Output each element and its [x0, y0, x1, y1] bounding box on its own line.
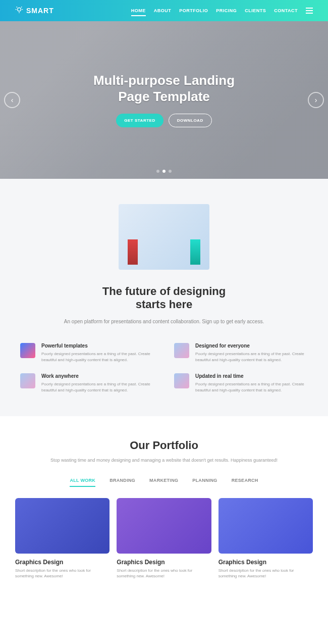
realtime-icon — [174, 373, 189, 388]
hero-buttons: GET STARTED DOWNLOAD — [116, 114, 211, 127]
feature-item: Work anywherePoorly designed presentatio… — [20, 373, 154, 393]
feature-title: Updated in real time — [195, 373, 308, 379]
tab-all-work[interactable]: ALL WORK — [70, 478, 95, 487]
feature-item: Updated in real timePoorly designed pres… — [174, 373, 308, 393]
portfolio-card[interactable]: Graphics Design Short description for th… — [117, 498, 211, 579]
svg-line-5 — [21, 7, 22, 7]
globe-icon — [20, 373, 35, 388]
card-image — [117, 498, 211, 554]
feature-title: Designed for everyone — [195, 343, 308, 349]
feature-desc: Poorly designed presentations are a thin… — [195, 381, 308, 393]
feature-desc: Poorly designed presentations are a thin… — [41, 381, 154, 393]
portfolio-cards: Graphics Design Short description for th… — [15, 498, 313, 579]
header: SMART HOME ABOUT PORTFOLIO PRICING CLIEN… — [0, 0, 328, 21]
feature-item: Designed for everyonePoorly designed pre… — [174, 343, 308, 363]
tab-marketing[interactable]: MARKETING — [149, 478, 178, 487]
download-button[interactable]: DOWNLOAD — [169, 114, 212, 127]
nav: HOME ABOUT PORTFOLIO PRICING CLIENTS CON… — [131, 8, 313, 14]
dot[interactable] — [162, 170, 166, 173]
feature-desc: Poorly designed presentations are a thin… — [195, 351, 308, 363]
dot[interactable] — [169, 170, 172, 173]
card-title: Graphics Design — [117, 559, 211, 566]
portfolio-card[interactable]: Graphics Design Short description for th… — [15, 498, 110, 579]
tab-planning[interactable]: PLANNING — [192, 478, 217, 487]
hero: ‹ › Multi-purpose Landing Page Template … — [0, 21, 328, 179]
about-subtitle: An open platform for presentations and c… — [20, 318, 308, 325]
get-started-button[interactable]: GET STARTED — [116, 114, 163, 127]
nav-contact[interactable]: CONTACT — [274, 8, 298, 13]
portfolio-tabs: ALL WORK BRANDING MARKETING PLANNING RES… — [15, 478, 313, 487]
card-title: Graphics Design — [218, 559, 313, 566]
about-title: The future of designing starts here — [20, 285, 308, 312]
about-illustration — [119, 204, 209, 270]
svg-point-0 — [18, 8, 21, 11]
people-icon — [174, 343, 189, 358]
feature-item: Powerful templatesPoorly designed presen… — [20, 343, 154, 363]
card-desc: Short description for the ones who look … — [15, 568, 110, 579]
card-image — [218, 498, 313, 554]
brand-text: SMART — [26, 7, 54, 15]
card-desc: Short description for the ones who look … — [218, 568, 313, 579]
nav-pricing[interactable]: PRICING — [216, 8, 237, 13]
nav-home[interactable]: HOME — [131, 8, 146, 13]
svg-line-4 — [17, 7, 17, 7]
hamburger-icon[interactable] — [306, 8, 313, 14]
portfolio-title: Our Portfolio — [15, 439, 313, 452]
portfolio-subtitle: Stop wasting time and money designing an… — [15, 457, 313, 464]
logo[interactable]: SMART — [15, 6, 54, 16]
nav-about[interactable]: ABOUT — [154, 8, 172, 13]
hero-title: Multi-purpose Landing Page Template — [93, 73, 235, 104]
carousel-prev-icon[interactable]: ‹ — [4, 92, 20, 108]
features-grid: Powerful templatesPoorly designed presen… — [20, 343, 308, 393]
card-desc: Short description for the ones who look … — [117, 568, 211, 579]
carousel-dots — [156, 170, 172, 173]
nav-portfolio[interactable]: PORTFOLIO — [179, 8, 208, 13]
portfolio-card[interactable]: Graphics Design Short description for th… — [218, 498, 313, 579]
tab-branding[interactable]: BRANDING — [110, 478, 135, 487]
feature-title: Powerful templates — [41, 343, 154, 349]
feature-title: Work anywhere — [41, 373, 154, 379]
template-icon — [20, 343, 35, 358]
feature-desc: Poorly designed presentations are a thin… — [41, 351, 154, 363]
tab-research[interactable]: RESEARCH — [232, 478, 258, 487]
card-image — [15, 498, 110, 554]
about-section: The future of designing starts here An o… — [0, 179, 328, 416]
carousel-next-icon[interactable]: › — [308, 92, 324, 108]
nav-clients[interactable]: CLIENTS — [245, 8, 266, 13]
card-title: Graphics Design — [15, 559, 110, 566]
dot[interactable] — [156, 170, 159, 173]
lightbulb-icon — [15, 6, 23, 16]
portfolio-section: Our Portfolio Stop wasting time and mone… — [0, 416, 328, 602]
